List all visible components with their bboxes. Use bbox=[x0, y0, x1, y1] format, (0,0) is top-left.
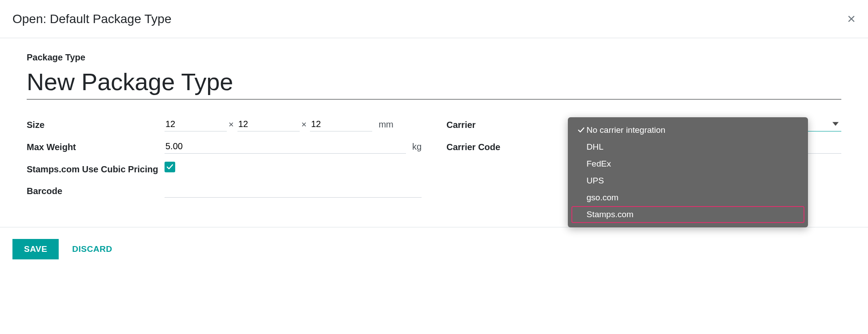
size-unit: mm bbox=[378, 119, 393, 130]
carrier-option-label: UPS bbox=[587, 176, 604, 186]
package-type-input[interactable] bbox=[27, 66, 841, 99]
package-type-label: Package Type bbox=[27, 52, 841, 63]
form-right-column: Carrier No carr bbox=[446, 117, 841, 206]
modal-footer: SAVE DISCARD bbox=[0, 227, 868, 271]
size-separator-1: × bbox=[229, 119, 234, 130]
checkmark-icon bbox=[576, 127, 587, 134]
carrier-option-stamps[interactable]: Stamps.com bbox=[571, 206, 804, 223]
size-label: Size bbox=[27, 117, 165, 131]
cubic-pricing-checkbox[interactable] bbox=[165, 162, 175, 172]
carrier-dropdown: No carrier integration DHL FedEx bbox=[568, 117, 808, 227]
carrier-option-label: gso.com bbox=[587, 193, 619, 203]
size-separator-2: × bbox=[301, 119, 307, 130]
close-icon: × bbox=[847, 11, 856, 27]
carrier-label: Carrier bbox=[446, 117, 571, 131]
carrier-option-label: Stamps.com bbox=[587, 210, 634, 219]
modal-body: Package Type Size × × mm Max Weight bbox=[0, 38, 868, 227]
carrier-option-label: No carrier integration bbox=[587, 125, 665, 135]
modal-header: Open: Default Package Type × bbox=[0, 0, 868, 38]
form-left-column: Size × × mm Max Weight kg Stamps.c bbox=[27, 117, 422, 206]
carrier-option-label: FedEx bbox=[587, 159, 611, 169]
barcode-label: Barcode bbox=[27, 183, 165, 197]
carrier-code-label: Carrier Code bbox=[446, 139, 571, 153]
modal-title: Open: Default Package Type bbox=[12, 12, 172, 26]
check-icon bbox=[166, 163, 174, 171]
carrier-option-label: DHL bbox=[587, 142, 603, 152]
weight-unit: kg bbox=[412, 142, 422, 152]
cubic-pricing-label: Stamps.com Use Cubic Pricing bbox=[27, 162, 165, 175]
size-width-input[interactable] bbox=[237, 117, 300, 131]
carrier-option-fedex[interactable]: FedEx bbox=[571, 155, 804, 172]
close-button[interactable]: × bbox=[847, 11, 856, 27]
carrier-option-ups[interactable]: UPS bbox=[571, 172, 804, 189]
max-weight-input[interactable] bbox=[165, 139, 406, 154]
carrier-option-gso[interactable]: gso.com bbox=[571, 189, 804, 206]
carrier-option-no-integration[interactable]: No carrier integration bbox=[571, 122, 804, 139]
size-height-input[interactable] bbox=[310, 117, 372, 131]
size-length-input[interactable] bbox=[165, 117, 227, 131]
barcode-input[interactable] bbox=[165, 183, 422, 198]
discard-button[interactable]: DISCARD bbox=[72, 244, 112, 254]
save-button[interactable]: SAVE bbox=[12, 239, 59, 259]
carrier-option-dhl[interactable]: DHL bbox=[571, 139, 804, 155]
max-weight-label: Max Weight bbox=[27, 139, 165, 153]
